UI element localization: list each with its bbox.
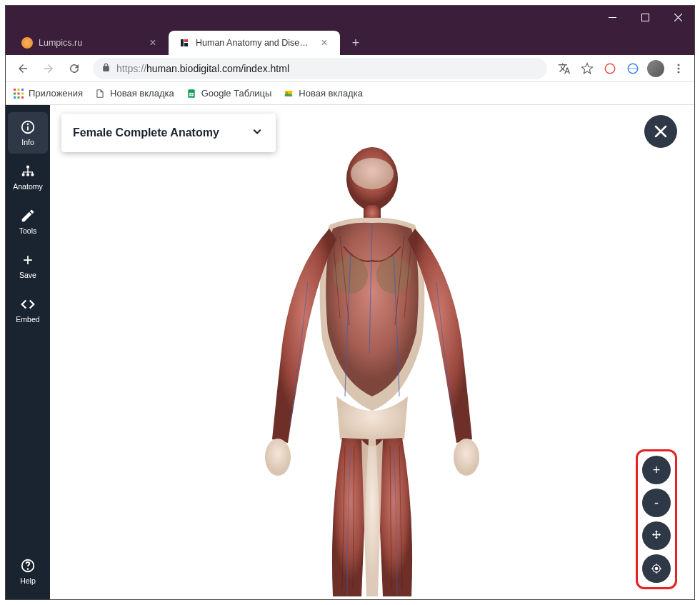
- svg-rect-28: [26, 174, 29, 176]
- sidebar-item-info[interactable]: Info: [8, 112, 48, 154]
- extension-icon[interactable]: [600, 59, 620, 79]
- recenter-button[interactable]: [642, 554, 671, 583]
- tab-close-icon[interactable]: ×: [147, 36, 159, 49]
- close-panel-button[interactable]: [644, 115, 677, 148]
- svg-point-25: [28, 124, 29, 124]
- back-button[interactable]: [11, 57, 34, 80]
- url-text: https://human.biodigital.com/index.html: [116, 63, 289, 74]
- svg-rect-3: [184, 39, 188, 42]
- browser-tab[interactable]: Human Anatomy and Disease in ×: [169, 31, 340, 55]
- svg-point-8: [678, 67, 680, 69]
- sidebar-label: Tools: [19, 226, 37, 235]
- hierarchy-icon: [20, 164, 36, 179]
- bookmark-item[interactable]: Google Таблицы: [186, 88, 272, 99]
- svg-point-5: [605, 64, 615, 74]
- svg-rect-26: [26, 166, 29, 169]
- code-icon: [20, 296, 36, 312]
- sidebar-label: Anatomy: [13, 182, 42, 191]
- sidebar-item-embed[interactable]: Embed: [8, 289, 48, 331]
- svg-rect-16: [14, 96, 16, 99]
- plus-icon: +: [653, 463, 661, 478]
- page-content: Info Anatomy Tools + Save: [6, 105, 694, 599]
- extension-icon[interactable]: [623, 59, 643, 79]
- help-icon: [20, 558, 36, 574]
- svg-rect-18: [21, 96, 24, 99]
- svg-point-39: [655, 567, 659, 571]
- svg-point-7: [678, 64, 680, 66]
- apps-button[interactable]: Приложения: [13, 88, 83, 99]
- svg-rect-1: [641, 14, 649, 21]
- anatomy-model[interactable]: [222, 139, 522, 596]
- favicon-icon: [21, 37, 33, 49]
- bookmark-label: Новая вкладка: [299, 88, 363, 99]
- profile-avatar[interactable]: [646, 59, 666, 79]
- address-bar: https://human.biodigital.com/index.html: [6, 55, 694, 82]
- svg-point-31: [28, 569, 29, 569]
- bookmarks-bar: Приложения Новая вкладка Google Таблицы …: [6, 82, 694, 105]
- window-minimize-button[interactable]: [596, 6, 629, 29]
- pan-button[interactable]: [642, 521, 671, 550]
- url-input[interactable]: https://human.biodigital.com/index.html: [93, 58, 547, 79]
- svg-rect-13: [14, 92, 16, 94]
- chevron-down-icon: [250, 124, 264, 142]
- apps-grid-icon: [13, 88, 24, 99]
- anatomy-dropdown[interactable]: Female Complete Anatomy: [61, 114, 276, 152]
- image-icon: [283, 88, 294, 99]
- svg-rect-15: [21, 92, 24, 94]
- lock-icon: [101, 63, 111, 74]
- info-icon: [20, 119, 36, 135]
- svg-rect-4: [184, 43, 188, 46]
- translate-icon[interactable]: [554, 59, 574, 79]
- sidebar-label: Save: [19, 271, 36, 279]
- svg-rect-14: [18, 92, 20, 94]
- svg-rect-27: [22, 174, 25, 176]
- dropdown-title: Female Complete Anatomy: [73, 126, 250, 139]
- move-icon: [650, 529, 663, 542]
- bookmark-label: Google Таблицы: [201, 88, 272, 99]
- pencil-icon: [20, 208, 36, 224]
- plus-icon: +: [20, 252, 36, 268]
- svg-point-33: [351, 158, 394, 189]
- browser-tab[interactable]: Lumpics.ru ×: [11, 31, 169, 55]
- tab-title: Lumpics.ru: [39, 38, 141, 48]
- target-icon: [650, 562, 663, 575]
- svg-point-22: [286, 91, 288, 93]
- sheets-icon: [186, 88, 197, 99]
- app-sidebar: Info Anatomy Tools + Save: [6, 105, 50, 599]
- tab-strip: Lumpics.ru × Human Anatomy and Disease i…: [6, 29, 694, 55]
- svg-point-9: [678, 71, 680, 73]
- reload-button[interactable]: [63, 57, 86, 80]
- sidebar-label: Embed: [16, 315, 39, 324]
- tab-close-icon[interactable]: ×: [319, 36, 330, 49]
- zoom-controls-highlight: + -: [636, 449, 677, 589]
- menu-icon[interactable]: [669, 59, 689, 79]
- zoom-in-button[interactable]: +: [642, 456, 671, 484]
- svg-rect-11: [18, 89, 20, 91]
- forward-button[interactable]: [37, 57, 60, 80]
- star-icon[interactable]: [577, 59, 597, 79]
- sidebar-item-anatomy[interactable]: Anatomy: [8, 156, 48, 198]
- sidebar-item-tools[interactable]: Tools: [8, 201, 48, 242]
- window-maximize-button[interactable]: [629, 6, 661, 29]
- zoom-out-button[interactable]: -: [642, 489, 671, 517]
- minus-icon: -: [654, 496, 659, 511]
- bookmark-item[interactable]: Новая вкладка: [94, 88, 174, 99]
- bookmark-item[interactable]: Новая вкладка: [283, 88, 363, 99]
- page-icon: [94, 88, 106, 99]
- sidebar-label: Help: [20, 576, 36, 585]
- favicon-icon: [179, 37, 190, 49]
- new-tab-button[interactable]: +: [346, 33, 366, 53]
- window-close-button[interactable]: [661, 6, 694, 29]
- bookmark-label: Новая вкладка: [110, 88, 174, 99]
- svg-rect-10: [14, 89, 16, 91]
- svg-rect-17: [18, 96, 20, 99]
- viewer-canvas[interactable]: Female Complete Anatomy + -: [50, 105, 694, 599]
- sidebar-item-save[interactable]: + Save: [8, 245, 48, 286]
- sidebar-item-help[interactable]: Help: [8, 551, 48, 592]
- browser-window: Lumpics.ru × Human Anatomy and Disease i…: [5, 5, 695, 600]
- svg-rect-12: [21, 89, 24, 91]
- bookmark-label: Приложения: [29, 88, 83, 99]
- tab-title: Human Anatomy and Disease in: [196, 38, 313, 48]
- svg-rect-0: [609, 17, 616, 18]
- svg-rect-29: [31, 174, 34, 176]
